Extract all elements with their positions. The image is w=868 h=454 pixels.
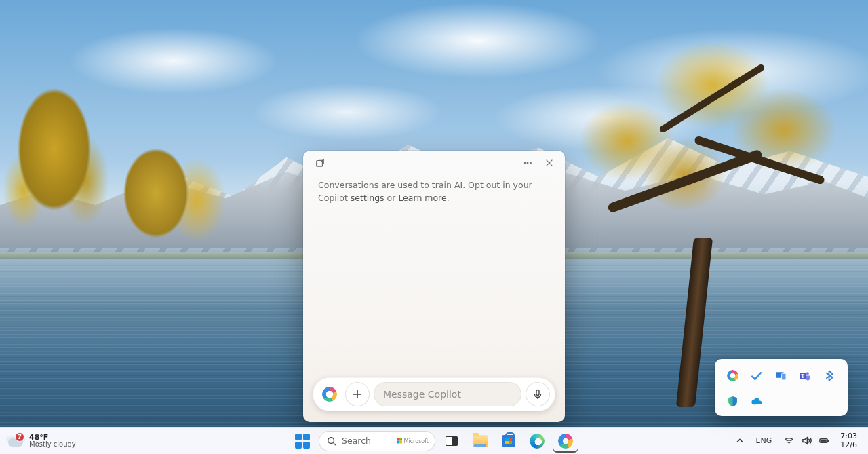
- message-input[interactable]: Message Copilot: [374, 382, 521, 406]
- edge-icon: [530, 434, 545, 449]
- copilot-window: Conversations are used to train AI. Opt …: [303, 151, 565, 422]
- weather-icon: 7: [7, 434, 24, 448]
- learn-more-link[interactable]: Learn more: [398, 193, 446, 203]
- copilot-composer: Message Copilot: [313, 377, 555, 411]
- tray-onedrive-icon[interactable]: [747, 392, 766, 411]
- quick-settings-button[interactable]: [778, 428, 835, 454]
- tray-copilot-icon[interactable]: [723, 366, 742, 385]
- task-view-button[interactable]: [439, 430, 464, 453]
- clock-button[interactable]: 7:03 12/6: [836, 432, 861, 449]
- wifi-icon: [784, 436, 794, 446]
- taskbar-search[interactable]: Search Microsoft: [319, 431, 435, 451]
- svg-rect-4: [536, 390, 539, 396]
- close-button[interactable]: [539, 153, 559, 172]
- clock-time: 7:03: [840, 432, 857, 440]
- tray-overflow-button[interactable]: [730, 428, 749, 454]
- search-placeholder: Search: [342, 436, 371, 446]
- add-button[interactable]: [345, 382, 370, 406]
- tray-phone-link-icon[interactable]: [771, 366, 790, 385]
- language-button[interactable]: ENG: [751, 428, 778, 454]
- tray-teams-icon[interactable]: T: [795, 366, 814, 385]
- search-brand: Microsoft: [397, 438, 429, 444]
- task-view-icon: [446, 436, 458, 446]
- edge-button[interactable]: [525, 430, 549, 453]
- microsoft-store-button[interactable]: [496, 430, 521, 453]
- tray-security-icon[interactable]: [723, 392, 742, 411]
- wallpaper-tree: [102, 129, 237, 271]
- clock-date: 12/6: [840, 441, 857, 449]
- mic-button[interactable]: [526, 382, 550, 406]
- file-explorer-icon: [473, 435, 488, 447]
- svg-point-9: [806, 372, 809, 375]
- message-placeholder: Message Copilot: [383, 389, 461, 400]
- svg-point-2: [527, 162, 528, 164]
- start-button[interactable]: [290, 430, 315, 453]
- weather-badge: 7: [15, 432, 24, 442]
- wallpaper-tree: [570, 14, 854, 394]
- weather-condition: Mostly cloudy: [29, 441, 76, 448]
- wallpaper-tree: [0, 68, 115, 271]
- weather-widget[interactable]: 7 48°F Mostly cloudy: [0, 428, 83, 454]
- taskbar-center: Search Microsoft: [290, 428, 578, 454]
- popout-button[interactable]: [310, 153, 330, 172]
- copilot-icon: [558, 434, 573, 449]
- taskbar: 7 48°F Mostly cloudy Search Microsoft: [0, 427, 868, 454]
- microsoft-icon: [397, 438, 402, 444]
- svg-rect-6: [781, 373, 785, 380]
- search-icon: [327, 436, 336, 446]
- svg-point-11: [789, 443, 790, 444]
- tray-overflow-flyout: T: [715, 359, 848, 416]
- file-explorer-button[interactable]: [468, 430, 492, 453]
- svg-rect-13: [828, 440, 829, 442]
- tray-bluetooth-icon[interactable]: [819, 366, 838, 385]
- more-button[interactable]: [517, 153, 538, 172]
- store-icon: [502, 435, 515, 447]
- volume-icon: [802, 436, 812, 446]
- copilot-titlebar: [303, 151, 565, 175]
- copilot-icon[interactable]: [318, 383, 341, 406]
- taskbar-right: ENG 7:03 12/6: [730, 428, 868, 454]
- svg-point-10: [328, 437, 334, 443]
- settings-link[interactable]: settings: [351, 193, 384, 203]
- svg-point-1: [524, 162, 526, 164]
- svg-rect-14: [821, 440, 827, 442]
- svg-text:T: T: [802, 373, 805, 379]
- copilot-notice: Conversations are used to train AI. Opt …: [303, 175, 565, 369]
- copilot-taskbar-button[interactable]: [553, 430, 578, 453]
- svg-point-3: [530, 162, 531, 164]
- battery-icon: [819, 436, 829, 446]
- tray-todo-icon[interactable]: [747, 366, 766, 385]
